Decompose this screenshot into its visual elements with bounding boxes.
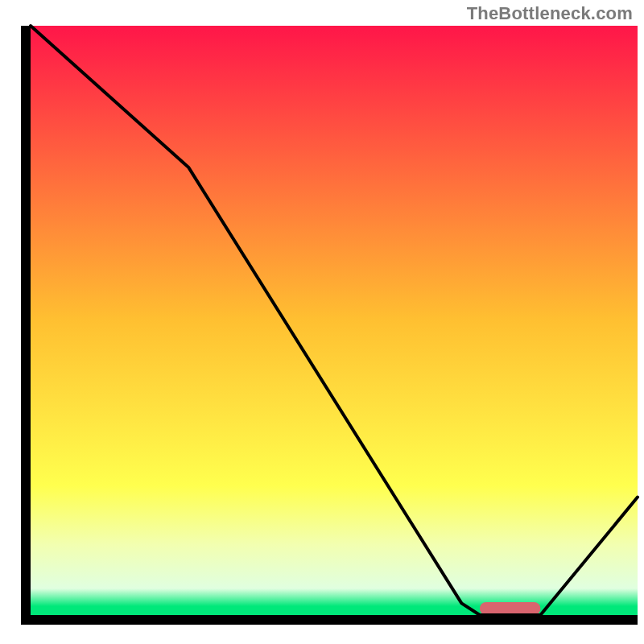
plot-background	[31, 26, 638, 615]
bottleneck-chart	[0, 0, 644, 644]
attribution-label: TheBottleneck.com	[467, 3, 633, 24]
y-axis	[21, 26, 31, 625]
optimal-marker	[480, 602, 540, 615]
x-axis	[21, 615, 638, 625]
chart-frame: TheBottleneck.com	[0, 0, 644, 644]
